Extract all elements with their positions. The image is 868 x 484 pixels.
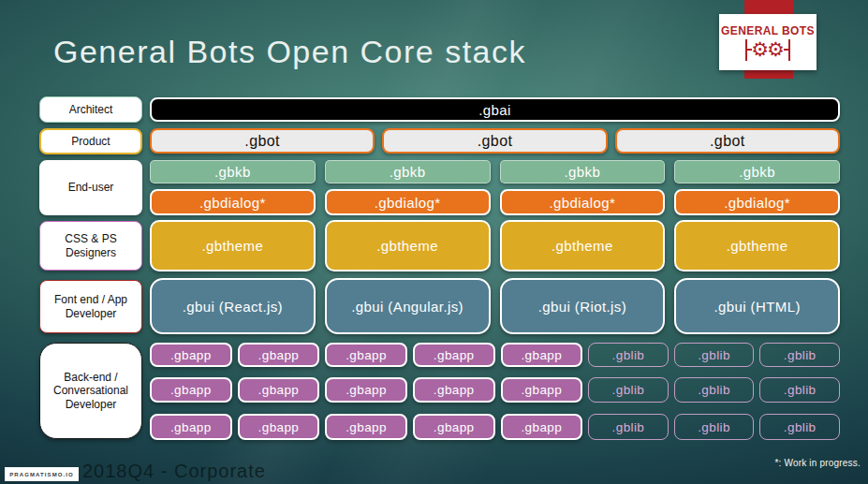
backend-box: .gbapp bbox=[325, 414, 407, 440]
footer-version-text: 2018Q4 - Corporate bbox=[82, 461, 266, 482]
backend-row-1: .gbapp.gbapp.gbapp.gbapp.gbapp.gblib.gbl… bbox=[150, 343, 840, 367]
gbkb-box: .gbkb bbox=[674, 160, 840, 183]
backend-box: .gbapp bbox=[325, 377, 407, 403]
gears-icon: ⚙ ⚙ bbox=[745, 39, 791, 61]
gbai-row: .gbai bbox=[150, 97, 840, 122]
gbtheme-box: .gbtheme bbox=[325, 220, 491, 271]
role-label-product: Product bbox=[39, 128, 142, 154]
general-bots-logo: GENERAL BOTS ⚙ ⚙ bbox=[719, 14, 817, 70]
gbot-box: .gbot bbox=[615, 128, 840, 154]
backend-box: .gbapp bbox=[150, 377, 232, 403]
gbui-box: .gbui (Angular.js) bbox=[325, 278, 491, 334]
logo-brand-text: GENERAL BOTS bbox=[721, 24, 815, 37]
gbot-box: .gbot bbox=[150, 128, 375, 154]
gbui-box: .gbui (Riot.js) bbox=[500, 278, 666, 334]
backend-box: .gbapp bbox=[150, 343, 232, 367]
gbdialog-row: .gbdialog*.gbdialog*.gbdialog*.gbdialog* bbox=[150, 189, 840, 215]
gbkb-box: .gbkb bbox=[500, 160, 666, 183]
gbkb-row: .gbkb.gbkb.gbkb.gbkb bbox=[150, 160, 840, 183]
backend-box: .gbapp bbox=[413, 414, 495, 440]
gbui-box: .gbui (React.js) bbox=[150, 278, 316, 334]
backend-box: .gblib bbox=[588, 343, 669, 367]
gbdialog-box: .gbdialog* bbox=[674, 189, 840, 215]
gbtheme-box: .gbtheme bbox=[500, 220, 666, 271]
backend-box: .gblib bbox=[588, 414, 669, 440]
backend-row-2: .gbapp.gbapp.gbapp.gbapp.gbapp.gblib.gbl… bbox=[150, 377, 840, 403]
role-label-frontend-developer: Font end / App Developer bbox=[39, 280, 142, 333]
gbtheme-box: .gbtheme bbox=[674, 220, 840, 271]
backend-box: .gblib bbox=[674, 343, 755, 367]
backend-box: .gbapp bbox=[325, 343, 407, 367]
backend-box: .gbapp bbox=[413, 343, 495, 367]
gear-pipe-right bbox=[788, 39, 791, 61]
gear-icon: ⚙ bbox=[767, 39, 785, 60]
pragmatismo-badge: PRAGMATISMO.IO bbox=[5, 467, 79, 481]
gbtheme-row: .gbtheme.gbtheme.gbtheme.gbtheme bbox=[150, 220, 840, 271]
gbot-box: .gbot bbox=[382, 128, 607, 154]
backend-box: .gblib bbox=[759, 414, 840, 440]
backend-box: .gbapp bbox=[150, 414, 232, 440]
gbkb-box: .gbkb bbox=[150, 160, 316, 183]
slide: General Bots Open Core stack GENERAL BOT… bbox=[0, 0, 868, 484]
backend-box: .gblib bbox=[759, 377, 840, 403]
page-title: General Bots Open Core stack bbox=[53, 34, 709, 70]
backend-box: .gbapp bbox=[501, 414, 583, 440]
backend-box: .gblib bbox=[674, 377, 755, 403]
gbui-row: .gbui (React.js).gbui (Angular.js).gbui … bbox=[150, 278, 840, 334]
backend-box: .gbapp bbox=[238, 414, 320, 440]
backend-box: .gbapp bbox=[238, 377, 320, 403]
gbkb-box: .gbkb bbox=[325, 160, 491, 183]
work-in-progress-note: *: Work in progress. bbox=[774, 458, 861, 468]
backend-box: .gblib bbox=[674, 414, 755, 440]
gbtheme-box: .gbtheme bbox=[150, 220, 316, 271]
role-label-designers: CSS & PS Designers bbox=[39, 221, 142, 271]
backend-row-3: .gbapp.gbapp.gbapp.gbapp.gbapp.gblib.gbl… bbox=[150, 414, 840, 440]
gbui-box: .gbui (HTML) bbox=[674, 278, 840, 334]
backend-box: .gblib bbox=[588, 377, 669, 403]
role-label-end-user: End-user bbox=[39, 160, 142, 215]
backend-box: .gbapp bbox=[413, 377, 495, 403]
backend-box: .gbapp bbox=[238, 343, 320, 367]
backend-box: .gbapp bbox=[501, 377, 583, 403]
role-label-backend-developer: Back-end / Conversational Developer bbox=[39, 343, 142, 439]
gbot-row: .gbot.gbot.gbot bbox=[150, 128, 840, 154]
backend-box: .gbapp bbox=[501, 343, 583, 367]
gbai-box: .gbai bbox=[150, 97, 840, 122]
gbdialog-box: .gbdialog* bbox=[150, 189, 316, 215]
backend-box: .gblib bbox=[759, 343, 840, 367]
role-label-architect: Architect bbox=[39, 96, 142, 123]
gbdialog-box: .gbdialog* bbox=[500, 189, 666, 215]
gbdialog-box: .gbdialog* bbox=[325, 189, 491, 215]
